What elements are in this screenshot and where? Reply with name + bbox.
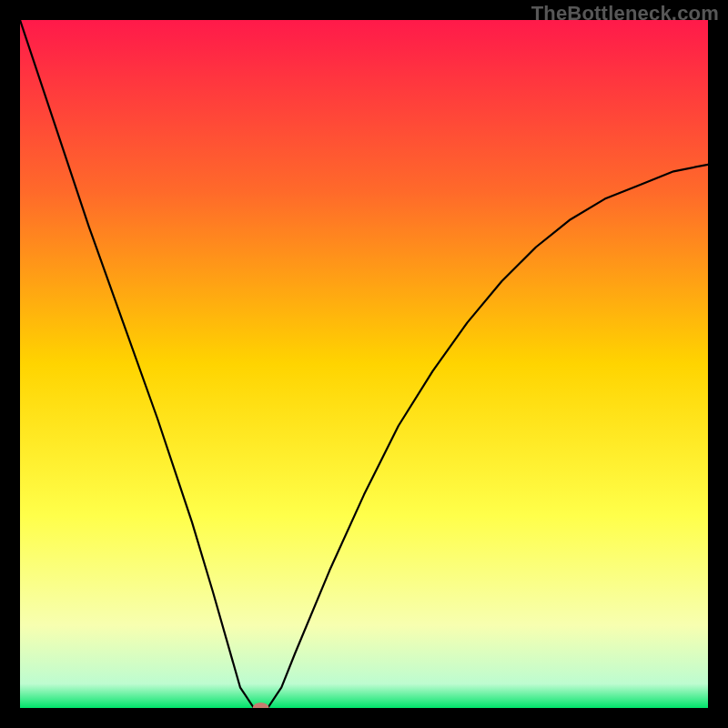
- chart-frame: TheBottleneck.com: [0, 0, 728, 728]
- plot-svg: [20, 20, 708, 708]
- watermark-text: TheBottleneck.com: [531, 2, 719, 25]
- gradient-background: [20, 20, 708, 708]
- plot-area: [20, 20, 708, 708]
